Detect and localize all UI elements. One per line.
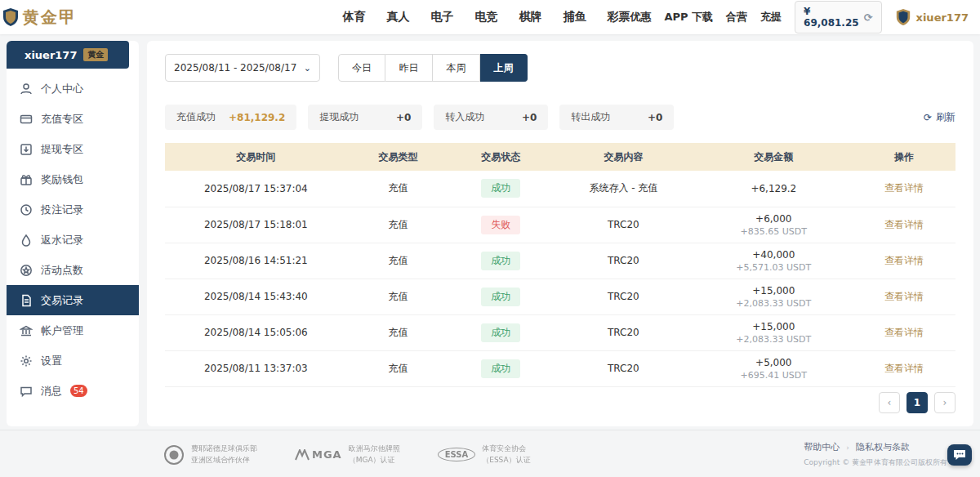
table-header-row: 交易时间 交易类型 交易状态 交易内容 交易金额 操作: [165, 143, 956, 171]
sidebar-item-rebate-records[interactable]: 返水记录: [7, 225, 139, 255]
nav-esports[interactable]: 电竞: [474, 10, 497, 25]
view-details-link[interactable]: 查看详情: [884, 219, 924, 230]
tab-last-week[interactable]: 上周: [480, 54, 528, 82]
page-1-button[interactable]: 1: [906, 392, 928, 413]
vip-level-badge: 黄金: [83, 48, 108, 61]
sidebar-item-label: 活动点数: [41, 263, 83, 278]
user-chip[interactable]: xiuer177: [895, 8, 969, 26]
sidebar-item-reward-wallet[interactable]: 奖励钱包: [7, 164, 139, 194]
tab-this-week[interactable]: 本周: [433, 54, 480, 82]
refresh-icon: ⟳: [924, 112, 932, 123]
brand-logo[interactable]: 黄金甲: [0, 7, 105, 29]
customer-service-chat-button[interactable]: [947, 444, 972, 466]
sidebar: xiuer177 黄金 个人中心 充值专区 提现专区 奖励钱包 投注记录: [7, 41, 139, 426]
sidebar-item-settings[interactable]: 设置: [7, 345, 139, 376]
prev-page-button[interactable]: ‹: [879, 392, 900, 413]
view-details-link[interactable]: 查看详情: [884, 363, 924, 374]
transactions-table: 交易时间 交易类型 交易状态 交易内容 交易金额 操作 2025/08/17 1…: [165, 143, 956, 387]
sidebar-menu: 个人中心 充值专区 提现专区 奖励钱包 投注记录 返水记录: [7, 69, 139, 411]
nav-live[interactable]: 真人: [386, 10, 409, 25]
summary-row: 充值成功 +81,129.2 提现成功 +0 转入成功 +0 转出成功 +0 ⟳…: [165, 105, 956, 130]
refresh-label: 刷新: [936, 110, 956, 124]
bank-icon: [20, 324, 33, 337]
tab-yesterday[interactable]: 昨日: [385, 54, 433, 82]
tab-today[interactable]: 今日: [338, 54, 385, 82]
date-quick-tabs: 今日 昨日 本周 上周: [338, 54, 528, 82]
summary-value: +81,129.2: [229, 112, 285, 123]
cell-time: 2025/08/16 14:51:21: [165, 243, 347, 279]
cell-type: 充值: [347, 243, 450, 279]
cell-time: 2025/08/14 15:43:40: [165, 279, 347, 314]
sidebar-item-deposit[interactable]: 充值专区: [7, 104, 139, 134]
partner-line1: 费耶诺德足球俱乐部: [191, 444, 257, 455]
sidebar-item-activity-points[interactable]: 活动点数: [7, 255, 139, 285]
gift-icon: [20, 173, 33, 186]
cell-amount-usdt: +835.65 USDT: [700, 226, 849, 237]
sidebar-item-messages[interactable]: 消息 54: [7, 376, 139, 406]
cell-amount-usdt: +2,083.33 USDT: [700, 334, 849, 345]
summary-label: 转入成功: [445, 110, 484, 124]
link-app-download[interactable]: APP 下载: [664, 10, 713, 25]
cell-amount: +6,129.2: [700, 183, 849, 194]
balance-box[interactable]: ¥ 69,081.25 ⟳: [795, 1, 881, 33]
table-row: 2025/08/17 15:18:01 充值 失败 TRC20 +6,000+8…: [165, 207, 956, 243]
cell-type: 充值: [347, 350, 450, 386]
cell-content: 系统存入 - 充值: [552, 171, 694, 207]
link-affiliate[interactable]: 合营: [726, 10, 747, 25]
sidebar-item-withdraw[interactable]: 提现专区: [7, 134, 139, 164]
nav-lottery[interactable]: 彩票: [607, 10, 630, 25]
sidebar-item-bet-records[interactable]: 投注记录: [7, 194, 139, 225]
status-badge: 成功: [481, 288, 520, 306]
privacy-terms-link[interactable]: 隐私权与条款: [856, 441, 910, 453]
help-center-link[interactable]: 帮助中心: [804, 441, 840, 453]
sidebar-item-label: 交易记录: [41, 293, 83, 308]
brand-text: 黄金甲: [23, 7, 77, 29]
footer-links: 帮助中心 › 隐私权与条款: [804, 441, 947, 453]
mga-logo: MGA: [295, 448, 342, 461]
summary-label: 充值成功: [176, 110, 216, 124]
link-deposit-withdraw[interactable]: 充提: [760, 10, 782, 25]
link-promotions[interactable]: 优惠: [630, 10, 651, 25]
withdraw-icon: [20, 143, 33, 156]
partner-essa: ESSA 体育安全协会 （ESSA）认证: [438, 444, 531, 466]
refresh-button[interactable]: ⟳ 刷新: [924, 110, 956, 124]
view-details-link[interactable]: 查看详情: [884, 182, 924, 194]
view-details-link[interactable]: 查看详情: [884, 255, 924, 266]
col-action: 操作: [853, 143, 956, 171]
table-row: 2025/08/17 15:37:04 充值 成功 系统存入 - 充值 +6,1…: [165, 171, 956, 207]
copyright-text: Copyright © 黄金甲体育有限公司版权所有: [804, 457, 947, 468]
summary-value: +0: [396, 112, 411, 123]
sidebar-item-transaction-records[interactable]: 交易记录: [7, 285, 139, 315]
partner-line1: 体育安全协会: [482, 444, 530, 455]
cell-amount: +6,000: [700, 213, 849, 225]
user-name: xiuer177: [916, 11, 969, 24]
date-range-picker[interactable]: 2025/08/11 - 2025/08/17 ⌄: [165, 54, 320, 82]
cell-content: TRC20: [552, 243, 694, 279]
next-page-button[interactable]: ›: [934, 392, 956, 413]
cell-amount-usdt: +5,571.03 USDT: [700, 262, 849, 273]
cell-amount: +5,000: [700, 357, 849, 368]
col-status: 交易状态: [449, 143, 552, 171]
user-icon: [20, 82, 33, 96]
sidebar-item-account-management[interactable]: 帐户管理: [7, 315, 139, 345]
partner-line2: 亚洲区域合作伙伴: [191, 455, 257, 466]
balance-refresh-icon[interactable]: ⟳: [864, 11, 873, 24]
view-details-link[interactable]: 查看详情: [884, 291, 924, 302]
nav-sports[interactable]: 体育: [342, 10, 365, 25]
sidebar-item-label: 投注记录: [41, 203, 83, 217]
summary-withdraw-success: 提现成功 +0: [308, 105, 422, 130]
cell-type: 充值: [347, 207, 450, 243]
summary-transfer-in-success: 转入成功 +0: [434, 105, 548, 130]
nav-fishing[interactable]: 捕鱼: [563, 10, 586, 25]
sidebar-username: xiuer177: [24, 49, 77, 61]
nav-chess[interactable]: 棋牌: [519, 10, 541, 25]
balance-amount: ¥ 69,081.25: [804, 6, 859, 29]
cell-time: 2025/08/11 13:37:03: [165, 350, 347, 386]
sidebar-item-profile[interactable]: 个人中心: [7, 74, 139, 104]
table-row: 2025/08/11 13:37:03 充值 成功 TRC20 +5,000+6…: [165, 350, 956, 386]
cell-amount-usdt: +695.41 USDT: [700, 370, 849, 381]
bet-record-icon: [20, 203, 33, 216]
view-details-link[interactable]: 查看详情: [884, 327, 924, 338]
nav-slots[interactable]: 电子: [430, 10, 453, 25]
star-icon: [20, 264, 33, 277]
